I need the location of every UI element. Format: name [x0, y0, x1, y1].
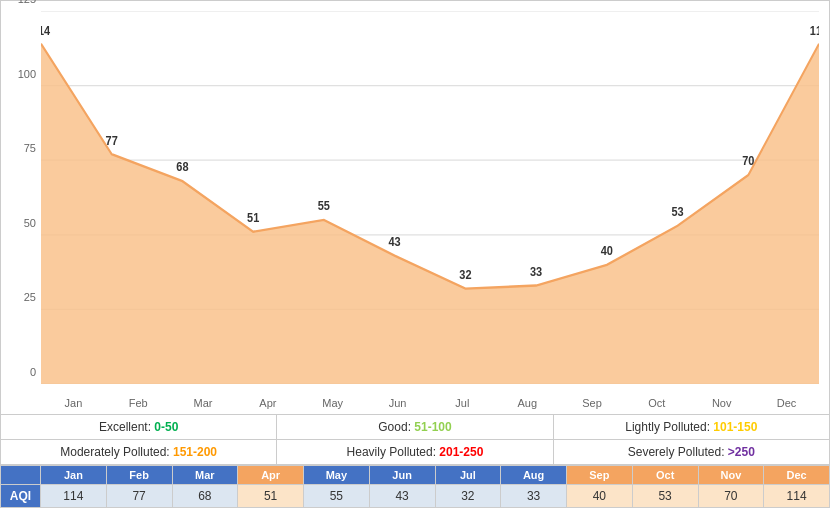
x-label-oct: Oct [624, 397, 689, 409]
val-sep: 40 [567, 484, 633, 507]
table-area: Jan Feb Mar Apr May Jun Jul Aug Sep Oct … [1, 465, 829, 507]
legend-moderately: Moderately Polluted: 151-200 [1, 440, 277, 465]
y-label-25: 25 [1, 291, 36, 303]
val-dec: 114 [764, 484, 829, 507]
th-jul: Jul [436, 466, 502, 484]
aqi-label: AQI [1, 484, 41, 507]
val-mar: 68 [173, 484, 239, 507]
y-label-125: 125 [1, 0, 36, 5]
label-apr: 51 [247, 210, 259, 225]
val-oct: 53 [633, 484, 699, 507]
x-label-mar: Mar [171, 397, 236, 409]
x-label-may: May [300, 397, 365, 409]
th-may: May [304, 466, 370, 484]
y-label-50: 50 [1, 217, 36, 229]
label-nov: 70 [742, 153, 754, 168]
legend-excellent: Excellent: 0-50 [1, 415, 277, 440]
x-label-feb: Feb [106, 397, 171, 409]
val-jun: 43 [370, 484, 436, 507]
val-jul: 32 [436, 484, 502, 507]
x-label-apr: Apr [235, 397, 300, 409]
label-feb: 77 [106, 133, 118, 148]
th-nov: Nov [699, 466, 765, 484]
legend-lightly: Lightly Polluted: 101-150 [554, 415, 829, 440]
label-sep: 40 [601, 243, 613, 258]
x-label-aug: Aug [495, 397, 560, 409]
val-feb: 77 [107, 484, 173, 507]
th-dec: Dec [764, 466, 829, 484]
y-label-0: 0 [1, 366, 36, 378]
legend-area: Excellent: 0-50 Good: 51-100 Lightly Pol… [1, 414, 829, 465]
label-mar: 68 [176, 159, 188, 174]
label-jun: 43 [388, 234, 400, 249]
label-jan: 114 [41, 23, 50, 38]
th-sep: Sep [567, 466, 633, 484]
th-jun: Jun [370, 466, 436, 484]
table-header-row: Jan Feb Mar Apr May Jun Jul Aug Sep Oct … [1, 466, 829, 484]
y-label-100: 100 [1, 68, 36, 80]
val-nov: 70 [699, 484, 765, 507]
chart-container: 125 100 75 50 25 0 [0, 0, 830, 508]
y-label-75: 75 [1, 142, 36, 154]
legend-severely: Severely Polluted: >250 [554, 440, 829, 465]
label-jul: 32 [459, 267, 471, 282]
th-mar: Mar [173, 466, 239, 484]
th-jan: Jan [41, 466, 107, 484]
x-label-sep: Sep [560, 397, 625, 409]
x-axis-labels: Jan Feb Mar Apr May Jun Jul Aug Sep Oct … [41, 397, 819, 409]
area-fill [41, 44, 819, 384]
legend-row-1: Excellent: 0-50 Good: 51-100 Lightly Pol… [1, 415, 829, 440]
table-corner [1, 466, 41, 484]
table-data-row: AQI 114 77 68 51 55 43 32 33 40 53 70 11… [1, 484, 829, 507]
val-apr: 51 [238, 484, 304, 507]
val-jan: 114 [41, 484, 107, 507]
val-may: 55 [304, 484, 370, 507]
label-aug: 33 [530, 264, 542, 279]
th-apr: Apr [238, 466, 304, 484]
legend-heavily: Heavily Polluted: 201-250 [277, 440, 553, 465]
x-label-jul: Jul [430, 397, 495, 409]
legend-row-2: Moderately Polluted: 151-200 Heavily Pol… [1, 440, 829, 465]
label-may: 55 [318, 198, 330, 213]
x-label-dec: Dec [754, 397, 819, 409]
chart-svg: 114 77 68 51 55 43 32 33 40 53 70 114 [41, 11, 819, 384]
label-dec: 114 [810, 23, 819, 38]
th-feb: Feb [107, 466, 173, 484]
val-aug: 33 [501, 484, 567, 507]
chart-area: 125 100 75 50 25 0 [1, 1, 829, 414]
x-label-jun: Jun [365, 397, 430, 409]
th-aug: Aug [501, 466, 567, 484]
x-label-nov: Nov [689, 397, 754, 409]
th-oct: Oct [633, 466, 699, 484]
label-oct: 53 [671, 204, 683, 219]
x-label-jan: Jan [41, 397, 106, 409]
legend-good: Good: 51-100 [277, 415, 553, 440]
